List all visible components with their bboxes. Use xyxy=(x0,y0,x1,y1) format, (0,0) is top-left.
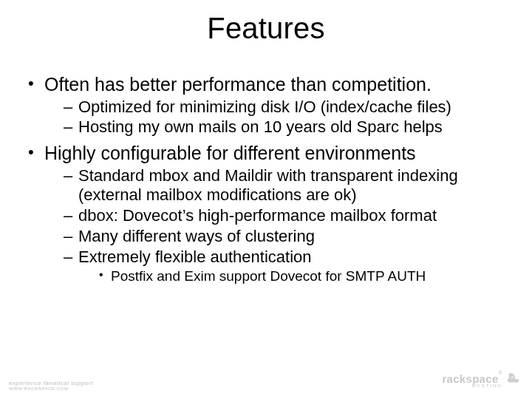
bullet-text: Standard mbox and Maildir with transpare… xyxy=(78,166,458,204)
slide: Features Often has better performance th… xyxy=(0,0,532,399)
footer-tagline: experience fanatical support WWW.RACKSPA… xyxy=(9,381,93,392)
bullet-l2: Many different ways of clustering xyxy=(64,227,505,246)
bullet-text: Often has better performance than compet… xyxy=(44,74,432,95)
brand-text-block: rackspace® HOSTING xyxy=(442,373,502,388)
slide-body: Often has better performance than compet… xyxy=(27,74,505,290)
bullet-text: Postfix and Exim support Dovecot for SMT… xyxy=(111,268,426,284)
bullet-l2: Optimized for minimizing disk I/O (index… xyxy=(64,98,505,117)
bullet-l2: Extremely flexible authentication Postfi… xyxy=(64,248,505,284)
bullet-subsublist: Postfix and Exim support Dovecot for SMT… xyxy=(78,268,505,284)
bullet-l3: Postfix and Exim support Dovecot for SMT… xyxy=(99,268,505,284)
tagline-text: experience fanatical support xyxy=(9,381,93,387)
bullet-text: Optimized for minimizing disk I/O (index… xyxy=(78,98,451,116)
brand-name: rackspace® xyxy=(442,373,502,384)
bullet-list: Often has better performance than compet… xyxy=(27,74,505,284)
bullet-l2: Hosting my own mails on 10 years old Spa… xyxy=(64,117,505,137)
bullet-l2: dbox: Dovecot’s high-performance mailbox… xyxy=(64,206,505,225)
bullet-text: Hosting my own mails on 10 years old Spa… xyxy=(78,117,443,136)
bullet-text: Highly configurable for different enviro… xyxy=(44,143,416,163)
rackspace-logo-icon xyxy=(505,371,522,390)
bullet-l1: Highly configurable for different enviro… xyxy=(27,143,505,284)
bullet-sublist: Optimized for minimizing disk I/O (index… xyxy=(44,98,505,137)
bullet-text: dbox: Dovecot’s high-performance mailbox… xyxy=(78,206,437,225)
bullet-l1: Often has better performance than compet… xyxy=(27,74,505,137)
bullet-l2: Standard mbox and Maildir with transpare… xyxy=(64,166,505,205)
footer-brand: rackspace® HOSTING xyxy=(442,371,522,390)
bullet-text: Extremely flexible authentication xyxy=(78,248,312,266)
bullet-sublist: Standard mbox and Maildir with transpare… xyxy=(44,166,505,284)
tagline-url: WWW.RACKSPACE.COM xyxy=(9,386,93,392)
bullet-text: Many different ways of clustering xyxy=(78,227,315,245)
slide-title: Features xyxy=(0,12,532,45)
